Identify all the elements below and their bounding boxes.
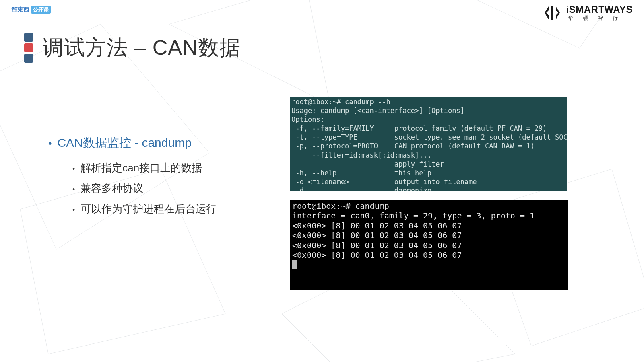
bullet-dot-icon: •: [48, 139, 52, 148]
sub-bullet: •兼容多种协议: [72, 181, 266, 195]
content-left: • CAN数据监控 - candump •解析指定can接口上的数据 •兼容多种…: [48, 135, 266, 216]
sub-bullet: •可以作为守护进程在后台运行: [72, 202, 266, 216]
sub-bullet-text: 可以作为守护进程在后台运行: [80, 202, 217, 216]
badge-tag: 公开课: [31, 6, 51, 14]
svg-marker-1: [556, 6, 560, 19]
brand-logo: iSMARTWAYS 华硕智行: [543, 4, 633, 22]
source-badge: 智東西 公开课: [11, 6, 51, 14]
main-bullet: • CAN数据监控 - candump: [48, 135, 266, 151]
sub-bullet-list: •解析指定can接口上的数据 •兼容多种协议 •可以作为守护进程在后台运行: [72, 161, 266, 216]
logo-subtitle: 华硕智行: [568, 14, 627, 22]
terminal-help: root@ibox:~# candump --h Usage: candump …: [290, 97, 567, 191]
sub-bullet-text: 兼容多种协议: [80, 181, 143, 195]
svg-rect-2: [551, 6, 553, 20]
badge-text: 智東西: [11, 6, 29, 14]
svg-marker-0: [545, 6, 549, 19]
title-squares-icon: [24, 33, 33, 63]
title-row: 调试方法 – CAN数据: [24, 33, 241, 63]
main-bullet-text: CAN数据监控 - candump: [57, 135, 191, 151]
page-title: 调试方法 – CAN数据: [43, 34, 241, 62]
sub-bullet: •解析指定can接口上的数据: [72, 161, 266, 175]
terminal-output: root@ibox:~# candump interface = can0, f…: [290, 200, 568, 290]
logo-brand-text: iSMARTWAYS: [566, 4, 633, 15]
sub-bullet-text: 解析指定can接口上的数据: [80, 161, 202, 175]
logo-mark-icon: [543, 4, 561, 22]
